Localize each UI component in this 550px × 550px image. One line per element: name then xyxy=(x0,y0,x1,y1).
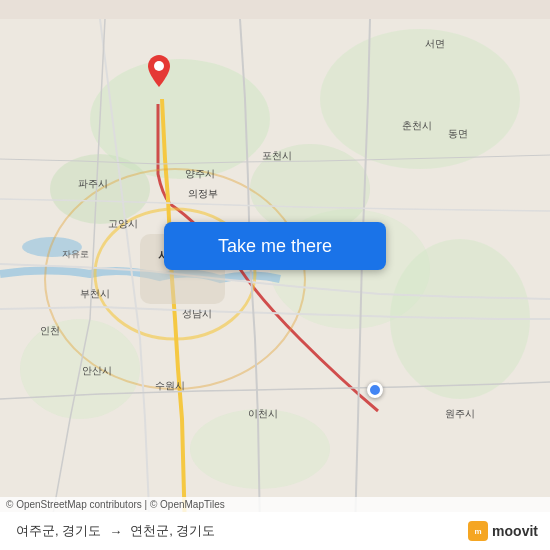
svg-text:안산시: 안산시 xyxy=(82,365,112,376)
moovit-logo-icon: m xyxy=(468,521,488,541)
svg-text:동면: 동면 xyxy=(448,128,468,139)
map-container: 서면 동면 춘천시 포천시 양주시 의정부 파주시 고양시 자유로 서울 부천시… xyxy=(0,0,550,550)
map-svg: 서면 동면 춘천시 포천시 양주시 의정부 파주시 고양시 자유로 서울 부천시… xyxy=(0,0,550,550)
svg-text:춘천시: 춘천시 xyxy=(402,120,432,131)
moovit-brand-name: moovit xyxy=(492,523,538,539)
take-me-there-button[interactable]: Take me there xyxy=(164,222,386,270)
route-arrow: → xyxy=(109,524,122,539)
take-me-there-label: Take me there xyxy=(218,236,332,257)
svg-text:포천시: 포천시 xyxy=(262,150,292,161)
svg-text:파주시: 파주시 xyxy=(78,178,108,189)
moovit-logo: m moovit xyxy=(468,512,550,550)
origin-pin xyxy=(367,382,383,398)
svg-text:원주시: 원주시 xyxy=(445,408,475,419)
svg-text:고양시: 고양시 xyxy=(108,218,138,229)
svg-text:m: m xyxy=(475,527,482,536)
svg-point-3 xyxy=(320,29,520,169)
svg-text:서면: 서면 xyxy=(425,38,445,49)
svg-text:의정부: 의정부 xyxy=(188,188,218,199)
attribution-bar: © OpenStreetMap contributors | © OpenMap… xyxy=(0,497,550,512)
svg-text:인천: 인천 xyxy=(40,325,60,336)
attribution-text: © OpenStreetMap contributors | © OpenMap… xyxy=(6,499,225,510)
destination-pin xyxy=(148,55,170,91)
svg-text:자유로: 자유로 xyxy=(62,249,89,259)
to-location: 연천군, 경기도 xyxy=(130,522,215,540)
svg-text:부천시: 부천시 xyxy=(80,288,110,299)
svg-text:양주시: 양주시 xyxy=(185,168,215,179)
svg-text:이천시: 이천시 xyxy=(248,408,278,419)
svg-text:수원시: 수원시 xyxy=(155,380,185,391)
bottom-bar: 여주군, 경기도 → 연천군, 경기도 m moovit xyxy=(0,512,550,550)
from-location: 여주군, 경기도 xyxy=(16,522,101,540)
svg-point-31 xyxy=(154,61,164,71)
svg-text:성남시: 성남시 xyxy=(182,308,212,319)
